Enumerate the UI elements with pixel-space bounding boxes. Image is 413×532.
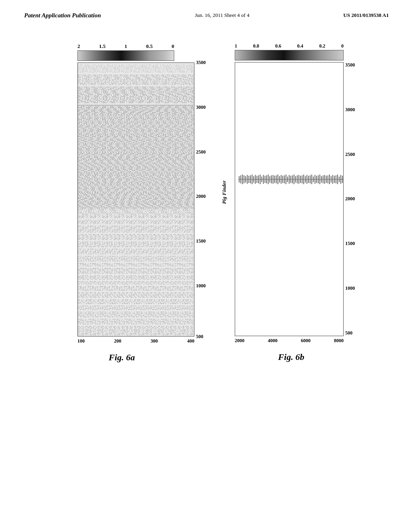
fig6a-x-bot-300: 300 bbox=[150, 338, 158, 344]
fig6b-x-top-5: 0 bbox=[341, 43, 344, 49]
fig6a-x-bot-100: 100 bbox=[77, 338, 85, 344]
fig6b-label: Fig. 6b bbox=[215, 352, 368, 362]
fig6b-x-bot-6000: 6000 bbox=[301, 338, 311, 344]
fig6a-y-500: 500 bbox=[196, 333, 206, 339]
fig6a-y-3500: 3500 bbox=[196, 60, 206, 66]
fig6b-y-1500: 1500 bbox=[345, 241, 355, 247]
figure-6a: Leading Edge Integrated Data 2 1.5 1 0.5… bbox=[45, 43, 198, 363]
header-publication-label: Patent Application Publication bbox=[24, 12, 101, 19]
fig6a-y-1000: 1000 bbox=[196, 283, 206, 289]
fig6b-x-bot-2000: 2000 bbox=[235, 338, 244, 344]
fig6b-x-top-2: 0.6 bbox=[275, 43, 281, 49]
figure-6b: Pig Finder 1 0.8 0.6 0.4 0.2 0 bbox=[215, 43, 368, 362]
fig6b-x-bot-4000: 4000 bbox=[268, 338, 277, 344]
fig6a-x-bot-400: 400 bbox=[187, 338, 194, 344]
fig6a-svg bbox=[77, 62, 194, 337]
fig6a-y-2000: 2000 bbox=[196, 193, 206, 200]
fig6a-y-3000: 3000 bbox=[196, 104, 206, 110]
header-patent-number: US 2011/0139538 A1 bbox=[343, 12, 389, 19]
fig6a-colorbar bbox=[77, 50, 174, 61]
fig6b-y-2000: 2000 bbox=[345, 196, 355, 202]
fig6b-y-1000: 1000 bbox=[345, 285, 355, 291]
fig6b-x-bot-8000: 8000 bbox=[334, 338, 344, 344]
svg-rect-205 bbox=[235, 62, 344, 336]
fig6b-y-right-axis: 3500 3000 2500 2000 1500 1000 500 bbox=[344, 62, 355, 336]
fig6a-x-top-2: 1 bbox=[125, 43, 127, 50]
fig6a-y-2500: 2500 bbox=[196, 149, 206, 155]
fig6b-svg bbox=[235, 62, 344, 336]
header-date-sheet: Jun. 16, 2011 Sheet 4 of 4 bbox=[195, 12, 249, 19]
fig6b-y-500: 500 bbox=[345, 330, 355, 336]
page: Patent Application Publication Jun. 16, … bbox=[0, 0, 413, 532]
header: Patent Application Publication Jun. 16, … bbox=[8, 8, 405, 27]
fig6a-y-1500: 1500 bbox=[196, 238, 206, 244]
fig6b-plot-container bbox=[235, 62, 344, 336]
fig6a-spectrogram-container bbox=[77, 62, 194, 337]
fig6b-chart-outer: Pig Finder 1 0.8 0.6 0.4 0.2 0 bbox=[235, 43, 344, 344]
fig6b-y-3500: 3500 bbox=[345, 62, 355, 68]
fig6a-x-bottom: 100 200 300 400 bbox=[77, 338, 194, 344]
fig6b-x-top-0: 1 bbox=[235, 43, 237, 49]
fig6b-y-3000: 3000 bbox=[345, 107, 355, 113]
fig6a-plot-wrapper: 3500 3000 2500 2000 1500 1000 500 bbox=[77, 62, 174, 337]
fig6a-x-top-3: 0.5 bbox=[146, 43, 152, 50]
fig6b-x-top-3: 0.4 bbox=[297, 43, 303, 49]
fig6b-plot-wrapper: 3500 3000 2500 2000 1500 1000 500 bbox=[235, 62, 344, 336]
fig6b-x-top: 1 0.8 0.6 0.4 0.2 0 bbox=[235, 43, 344, 49]
fig6a-x-top-1: 1.5 bbox=[99, 43, 106, 50]
fig6a-label: Fig. 6a bbox=[45, 352, 198, 363]
fig6a-x-top: 2 1.5 1 0.5 0 bbox=[77, 43, 174, 50]
fig6b-x-top-4: 0.2 bbox=[319, 43, 325, 49]
fig6a-x-top-4: 0 bbox=[172, 43, 175, 50]
fig6a-x-bot-200: 200 bbox=[114, 338, 121, 344]
fig6b-x-bottom: 2000 4000 6000 8000 bbox=[235, 338, 344, 344]
fig6a-chart-outer: Leading Edge Integrated Data 2 1.5 1 0.5… bbox=[77, 43, 174, 344]
fig6a-x-top-0: 2 bbox=[77, 43, 80, 50]
figures-container: Leading Edge Integrated Data 2 1.5 1 0.5… bbox=[8, 27, 405, 371]
fig6b-x-top-1: 0.8 bbox=[253, 43, 259, 49]
fig6a-y-right-axis: 3500 3000 2500 2000 1500 1000 500 bbox=[194, 62, 206, 337]
fig6b-y-axis-label: Pig Finder bbox=[221, 181, 227, 204]
fig6b-colorbar bbox=[235, 50, 344, 60]
fig6b-y-2500: 2500 bbox=[345, 152, 355, 158]
